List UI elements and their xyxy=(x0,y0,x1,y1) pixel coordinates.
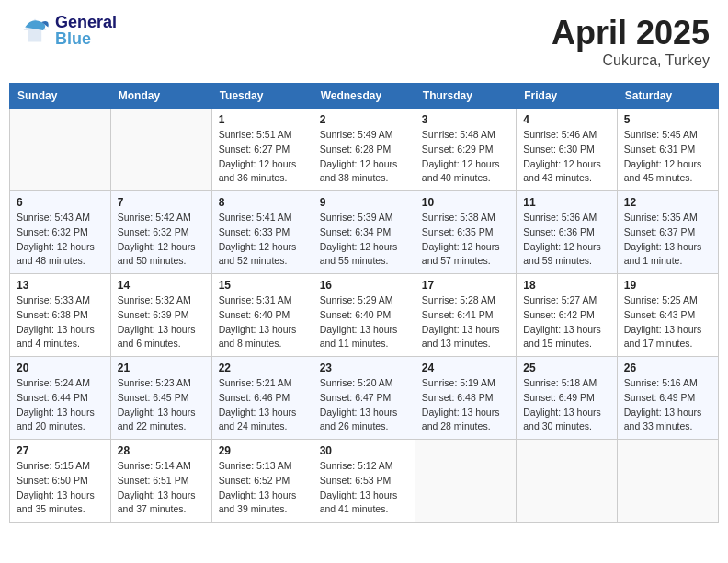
calendar-cell: 3Sunrise: 5:48 AM Sunset: 6:29 PM Daylig… xyxy=(415,109,516,191)
day-number: 3 xyxy=(422,113,509,126)
day-info: Sunrise: 5:41 AM Sunset: 6:33 PM Dayligh… xyxy=(219,211,306,269)
calendar-cell: 11Sunrise: 5:36 AM Sunset: 6:36 PM Dayli… xyxy=(517,191,617,274)
calendar-cell: 4Sunrise: 5:46 AM Sunset: 6:30 PM Daylig… xyxy=(517,109,617,191)
week-row-2: 13Sunrise: 5:33 AM Sunset: 6:38 PM Dayli… xyxy=(10,274,719,357)
calendar-cell: 25Sunrise: 5:18 AM Sunset: 6:49 PM Dayli… xyxy=(517,357,617,440)
logo: General Blue xyxy=(18,14,117,47)
day-number: 8 xyxy=(219,196,306,209)
weekday-header-wednesday: Wednesday xyxy=(313,84,415,109)
calendar-table: SundayMondayTuesdayWednesdayThursdayFrid… xyxy=(9,83,719,523)
calendar-cell: 14Sunrise: 5:32 AM Sunset: 6:39 PM Dayli… xyxy=(110,274,211,357)
day-info: Sunrise: 5:16 AM Sunset: 6:49 PM Dayligh… xyxy=(624,376,711,434)
calendar-cell xyxy=(617,440,718,523)
calendar-cell xyxy=(110,109,211,191)
day-number: 19 xyxy=(624,279,711,292)
logo-blue: Blue xyxy=(55,30,117,47)
calendar-cell: 22Sunrise: 5:21 AM Sunset: 6:46 PM Dayli… xyxy=(211,357,313,440)
day-info: Sunrise: 5:12 AM Sunset: 6:53 PM Dayligh… xyxy=(320,459,408,517)
day-info: Sunrise: 5:24 AM Sunset: 6:44 PM Dayligh… xyxy=(17,376,104,434)
day-number: 1 xyxy=(219,113,306,126)
week-row-3: 20Sunrise: 5:24 AM Sunset: 6:44 PM Dayli… xyxy=(10,357,719,440)
day-number: 21 xyxy=(118,362,205,374)
day-info: Sunrise: 5:19 AM Sunset: 6:48 PM Dayligh… xyxy=(422,376,509,434)
calendar-cell: 20Sunrise: 5:24 AM Sunset: 6:44 PM Dayli… xyxy=(10,357,111,440)
day-number: 22 xyxy=(219,362,306,374)
day-info: Sunrise: 5:23 AM Sunset: 6:45 PM Dayligh… xyxy=(118,376,205,434)
day-number: 23 xyxy=(320,362,408,374)
calendar-cell: 27Sunrise: 5:15 AM Sunset: 6:50 PM Dayli… xyxy=(10,440,111,523)
calendar-cell: 23Sunrise: 5:20 AM Sunset: 6:47 PM Dayli… xyxy=(313,357,415,440)
week-row-0: 1Sunrise: 5:51 AM Sunset: 6:27 PM Daylig… xyxy=(10,109,719,191)
weekday-header-tuesday: Tuesday xyxy=(211,84,313,109)
calendar-cell: 6Sunrise: 5:43 AM Sunset: 6:32 PM Daylig… xyxy=(10,191,111,274)
day-number: 24 xyxy=(422,362,509,374)
calendar-cell xyxy=(10,109,111,191)
calendar-cell: 26Sunrise: 5:16 AM Sunset: 6:49 PM Dayli… xyxy=(617,357,718,440)
logo-general: General xyxy=(55,14,117,30)
day-info: Sunrise: 5:36 AM Sunset: 6:36 PM Dayligh… xyxy=(523,211,609,269)
day-number: 15 xyxy=(219,279,306,292)
calendar-cell: 30Sunrise: 5:12 AM Sunset: 6:53 PM Dayli… xyxy=(313,440,415,523)
calendar-cell: 9Sunrise: 5:39 AM Sunset: 6:34 PM Daylig… xyxy=(313,191,415,274)
day-info: Sunrise: 5:51 AM Sunset: 6:27 PM Dayligh… xyxy=(219,128,306,186)
day-number: 13 xyxy=(17,279,104,292)
day-info: Sunrise: 5:45 AM Sunset: 6:31 PM Dayligh… xyxy=(624,128,711,186)
day-number: 4 xyxy=(523,113,609,126)
weekday-header-row: SundayMondayTuesdayWednesdayThursdayFrid… xyxy=(10,84,719,109)
day-number: 25 xyxy=(523,362,609,374)
calendar-cell: 1Sunrise: 5:51 AM Sunset: 6:27 PM Daylig… xyxy=(211,109,313,191)
day-info: Sunrise: 5:38 AM Sunset: 6:35 PM Dayligh… xyxy=(422,211,509,269)
day-number: 27 xyxy=(17,444,104,457)
calendar-cell: 12Sunrise: 5:35 AM Sunset: 6:37 PM Dayli… xyxy=(617,191,718,274)
day-number: 9 xyxy=(320,196,408,209)
month-title: April 2025 xyxy=(552,14,710,52)
weekday-header-sunday: Sunday xyxy=(10,84,111,109)
day-number: 10 xyxy=(422,196,509,209)
day-number: 2 xyxy=(320,113,408,126)
calendar-cell: 29Sunrise: 5:13 AM Sunset: 6:52 PM Dayli… xyxy=(211,440,313,523)
calendar-cell: 21Sunrise: 5:23 AM Sunset: 6:45 PM Dayli… xyxy=(110,357,211,440)
day-info: Sunrise: 5:15 AM Sunset: 6:50 PM Dayligh… xyxy=(17,459,104,517)
day-info: Sunrise: 5:42 AM Sunset: 6:32 PM Dayligh… xyxy=(118,211,205,269)
calendar-cell xyxy=(415,440,516,523)
day-info: Sunrise: 5:48 AM Sunset: 6:29 PM Dayligh… xyxy=(422,128,509,186)
weekday-header-saturday: Saturday xyxy=(617,84,718,109)
logo-icon xyxy=(18,14,51,47)
day-info: Sunrise: 5:25 AM Sunset: 6:43 PM Dayligh… xyxy=(624,293,711,351)
day-info: Sunrise: 5:35 AM Sunset: 6:37 PM Dayligh… xyxy=(624,211,711,269)
day-number: 11 xyxy=(523,196,609,209)
calendar-cell: 2Sunrise: 5:49 AM Sunset: 6:28 PM Daylig… xyxy=(313,109,415,191)
calendar-cell: 28Sunrise: 5:14 AM Sunset: 6:51 PM Dayli… xyxy=(110,440,211,523)
day-info: Sunrise: 5:46 AM Sunset: 6:30 PM Dayligh… xyxy=(523,128,609,186)
day-info: Sunrise: 5:33 AM Sunset: 6:38 PM Dayligh… xyxy=(17,293,104,351)
day-info: Sunrise: 5:29 AM Sunset: 6:40 PM Dayligh… xyxy=(320,293,408,351)
calendar-cell: 24Sunrise: 5:19 AM Sunset: 6:48 PM Dayli… xyxy=(415,357,516,440)
day-number: 28 xyxy=(118,444,205,457)
day-number: 30 xyxy=(320,444,408,457)
calendar-cell xyxy=(517,440,617,523)
day-info: Sunrise: 5:27 AM Sunset: 6:42 PM Dayligh… xyxy=(523,293,609,351)
day-info: Sunrise: 5:18 AM Sunset: 6:49 PM Dayligh… xyxy=(523,376,609,434)
day-number: 16 xyxy=(320,279,408,292)
day-info: Sunrise: 5:13 AM Sunset: 6:52 PM Dayligh… xyxy=(219,459,306,517)
day-info: Sunrise: 5:31 AM Sunset: 6:40 PM Dayligh… xyxy=(219,293,306,351)
week-row-1: 6Sunrise: 5:43 AM Sunset: 6:32 PM Daylig… xyxy=(10,191,719,274)
calendar-cell: 7Sunrise: 5:42 AM Sunset: 6:32 PM Daylig… xyxy=(110,191,211,274)
logo-text: General Blue xyxy=(55,14,117,47)
day-number: 26 xyxy=(624,362,711,374)
calendar-cell: 16Sunrise: 5:29 AM Sunset: 6:40 PM Dayli… xyxy=(313,274,415,357)
day-number: 18 xyxy=(523,279,609,292)
day-number: 5 xyxy=(624,113,711,126)
calendar-cell: 17Sunrise: 5:28 AM Sunset: 6:41 PM Dayli… xyxy=(415,274,516,357)
location: Cukurca, Turkey xyxy=(552,52,710,69)
day-number: 12 xyxy=(624,196,711,209)
day-number: 17 xyxy=(422,279,509,292)
day-number: 7 xyxy=(118,196,205,209)
day-info: Sunrise: 5:32 AM Sunset: 6:39 PM Dayligh… xyxy=(118,293,205,351)
day-info: Sunrise: 5:20 AM Sunset: 6:47 PM Dayligh… xyxy=(320,376,408,434)
calendar-cell: 18Sunrise: 5:27 AM Sunset: 6:42 PM Dayli… xyxy=(517,274,617,357)
weekday-header-friday: Friday xyxy=(517,84,617,109)
calendar-cell: 8Sunrise: 5:41 AM Sunset: 6:33 PM Daylig… xyxy=(211,191,313,274)
day-number: 29 xyxy=(219,444,306,457)
weekday-header-monday: Monday xyxy=(110,84,211,109)
